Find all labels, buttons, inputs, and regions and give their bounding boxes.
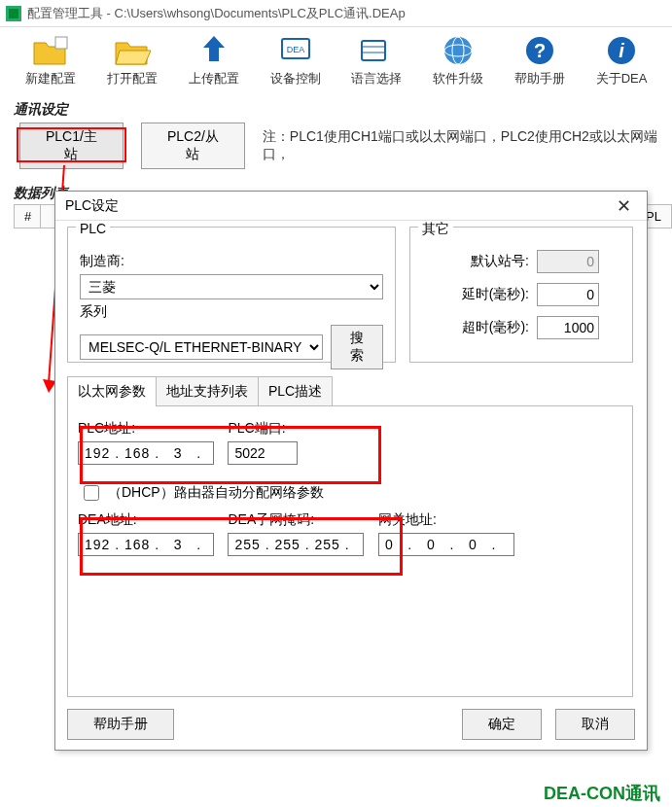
timeout-input[interactable] xyxy=(537,316,599,339)
upload-icon xyxy=(195,33,233,68)
help-button[interactable]: 帮助手册 xyxy=(67,709,174,740)
dhcp-label: （DHCP）路由器自动分配网络参数 xyxy=(108,484,324,502)
svg-rect-1 xyxy=(9,9,18,18)
app-icon xyxy=(6,6,21,21)
svg-text:DEA: DEA xyxy=(286,45,304,54)
info-icon: i xyxy=(602,33,641,68)
comm-note: 注：PLC1使用CH1端口或以太网端口，PLC2使用CH2或以太网端口， xyxy=(263,128,672,163)
plc-port-input[interactable] xyxy=(228,441,298,465)
maker-select[interactable]: 三菱 xyxy=(80,274,383,299)
toolbar-software-upgrade[interactable]: 软件升级 xyxy=(417,31,499,89)
search-button[interactable]: 搜索 xyxy=(331,325,383,369)
dea-mask-label: DEA子网掩码: xyxy=(228,511,364,529)
toolbar-label: 软件升级 xyxy=(433,70,483,88)
timeout-label: 超时(毫秒): xyxy=(422,319,529,336)
toolbar-new-config[interactable]: 新建配置 xyxy=(10,31,91,89)
toolbar-label: 语言选择 xyxy=(351,70,402,88)
groupbox-other-legend: 其它 xyxy=(418,221,453,238)
tab-plc2-slave[interactable]: PLC2/从站 xyxy=(141,123,245,169)
gateway-label: 网关地址: xyxy=(378,511,514,529)
comm-tab-row: PLC1/主站 PLC2/从站 注：PLC1使用CH1端口或以太网端口，PLC2… xyxy=(19,123,672,169)
toolbar-device-control[interactable]: DEA 设备控制 xyxy=(255,31,336,89)
device-icon: DEA xyxy=(276,33,315,68)
brand-label: DEA-CON通讯 xyxy=(544,782,660,805)
close-icon[interactable]: ✕ xyxy=(611,195,637,217)
tab-ethernet-params[interactable]: 以太网参数 xyxy=(67,376,157,406)
language-icon xyxy=(357,33,396,68)
toolbar-label: 上传配置 xyxy=(189,70,239,88)
help-icon: ? xyxy=(520,33,559,68)
delay-input[interactable] xyxy=(537,283,599,306)
station-input xyxy=(537,250,599,273)
toolbar-label: 关于DEA xyxy=(596,70,648,88)
folder-open-icon xyxy=(113,33,152,68)
station-label: 默认站号: xyxy=(422,253,529,270)
dea-mask-input[interactable] xyxy=(228,533,364,556)
toolbar-label: 新建配置 xyxy=(25,70,76,88)
toolbar-label: 帮助手册 xyxy=(514,70,565,88)
dialog-titlebar: PLC设定 ✕ xyxy=(55,192,647,221)
maker-label: 制造商: xyxy=(80,253,140,270)
toolbar-open-config[interactable]: 打开配置 xyxy=(91,31,173,89)
dhcp-checkbox[interactable] xyxy=(84,485,99,501)
ok-button[interactable]: 确定 xyxy=(462,709,542,740)
groupbox-other: 其它 默认站号: 延时(毫秒): 超时(毫秒): xyxy=(409,227,633,363)
dialog-title: PLC设定 xyxy=(65,197,119,215)
groupbox-plc-legend: PLC xyxy=(76,221,110,236)
toolbar-help[interactable]: ? 帮助手册 xyxy=(499,31,581,89)
tab-addr-support[interactable]: 地址支持列表 xyxy=(156,376,259,406)
svg-rect-5 xyxy=(362,41,385,60)
dea-addr-input[interactable] xyxy=(78,533,214,556)
globe-icon xyxy=(439,33,477,68)
ethernet-panel: PLC地址: PLC端口: （DHCP）路由器自动分配网络参数 DEA地址: xyxy=(67,405,633,697)
cancel-button[interactable]: 取消 xyxy=(555,709,635,740)
groupbox-plc: PLC 制造商: 三菱 系列 MELSEC-Q/L ETHERNET-BINAR… xyxy=(67,227,396,363)
window-titlebar: 配置管理工具 - C:\Users\whsong\Documents\PLC及P… xyxy=(0,0,672,27)
dialog-footer: 帮助手册 确定 取消 xyxy=(67,709,635,740)
main-toolbar: 新建配置 打开配置 上传配置 DEA 设备控制 语言选择 软件升级 ? 帮助手册… xyxy=(0,27,672,95)
window-title: 配置管理工具 - C:\Users\whsong\Documents\PLC及P… xyxy=(27,5,406,22)
toolbar-about[interactable]: i 关于DEA xyxy=(581,31,662,89)
plc-addr-input[interactable] xyxy=(78,441,214,465)
svg-point-8 xyxy=(444,37,472,64)
plc-addr-label: PLC地址: xyxy=(78,420,214,438)
toolbar-language[interactable]: 语言选择 xyxy=(336,31,418,89)
toolbar-label: 打开配置 xyxy=(107,70,158,88)
svg-text:i: i xyxy=(619,40,624,61)
svg-text:?: ? xyxy=(534,40,546,61)
delay-label: 延时(毫秒): xyxy=(422,286,529,303)
svg-rect-2 xyxy=(55,37,67,49)
tab-plc-desc[interactable]: PLC描述 xyxy=(258,376,333,406)
tab-plc1-master[interactable]: PLC1/主站 xyxy=(19,123,124,169)
folder-new-icon xyxy=(31,33,70,68)
series-label: 系列 xyxy=(80,303,140,321)
plc-port-label: PLC端口: xyxy=(228,420,298,438)
plc-settings-dialog: PLC设定 ✕ PLC 制造商: 三菱 系列 MELSEC-Q/L ETHERN… xyxy=(54,191,648,751)
series-select[interactable]: MELSEC-Q/L ETHERNET-BINARY xyxy=(80,334,323,360)
dea-addr-label: DEA地址: xyxy=(78,511,214,529)
datalist-col-hash: # xyxy=(14,204,41,228)
gateway-input[interactable] xyxy=(378,533,514,556)
inner-tab-row: 以太网参数 地址支持列表 PLC描述 xyxy=(67,376,332,406)
toolbar-label: 设备控制 xyxy=(270,70,321,88)
toolbar-upload-config[interactable]: 上传配置 xyxy=(173,31,255,89)
comm-section-title: 通讯设定 xyxy=(14,101,672,119)
